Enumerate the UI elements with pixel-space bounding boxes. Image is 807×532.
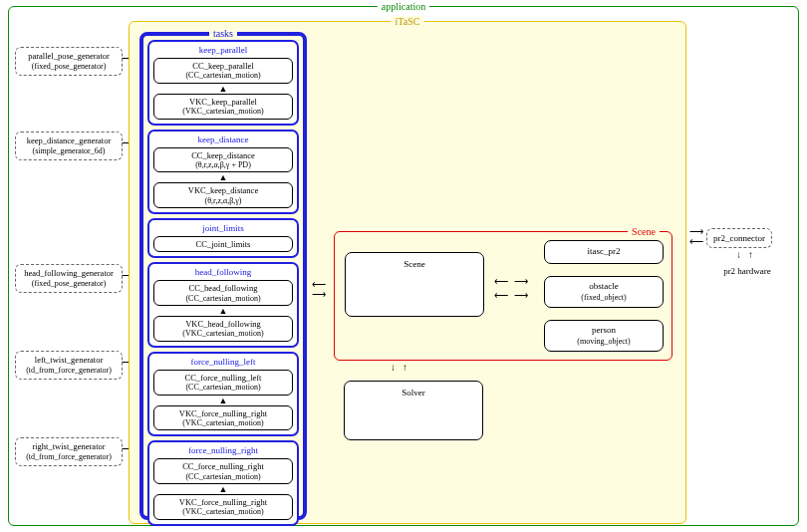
task-title: head_following [151,266,295,278]
generator-name: parallel_pose_generator [18,51,120,62]
arrow-up-icon: ▲ [151,86,295,92]
cc-box: CC_joint_limits [153,236,293,252]
vkc-type: (VKC_cartesian_motion) [156,507,290,517]
cc-box: CC_head_following (CC_cartesian_motion) [153,280,293,306]
tasks-frame: tasks keep_parallel CC_keep_parallel (CC… [139,32,307,520]
cc-type: (θ,r,z,α,β,γ + PD) [156,160,290,170]
task-force-nulling-left: force_nulling_left CC_force_nulling_left… [147,352,299,437]
generator-type: (td_from_force_generator) [18,366,120,376]
cc-type: (CC_cartesian_motion) [156,383,290,393]
task-title: keep_parallel [151,44,295,56]
cc-name: CC_force_nulling_left [156,373,290,383]
task-head-following: head_following CC_head_following (CC_car… [147,262,299,348]
arrow-down-icon: ↓ [736,250,741,260]
generator-name: head_following_generator [18,268,120,279]
cc-name: CC_keep_parallel [156,61,290,71]
cc-name: CC_joint_limits [156,239,290,249]
generator-head-following: head_following_generator (fixed_pose_gen… [15,264,123,293]
generator-parallel: parallel_pose_generator (fixed_pose_gene… [15,47,123,76]
scene-box: Scene [345,252,484,317]
cc-box: CC_keep_distance (θ,r,z,α,β,γ + PD) [153,147,293,173]
cc-name: CC_force_nulling_right [156,461,290,471]
scene-label: Scene [628,226,660,237]
cc-name: CC_keep_distance [156,150,290,160]
arrow-up-icon: ▲ [151,174,295,180]
itasc-pr2-label: itasc_pr2 [588,246,621,257]
scene-box-label: Scene [404,259,425,270]
person-box: person (moving_object) [544,320,664,352]
generator-left-twist: left_twist_generator (td_from_force_gene… [15,351,123,380]
pr2-connector-box: pr2_connector [706,228,772,248]
vkc-name: VKC_keep_distance [156,185,290,195]
arrow-up-icon: ↑ [403,363,407,373]
vkc-type: (θ,r,z,α,β,γ) [156,196,290,206]
generator-name: right_twist_generator [18,441,120,452]
arrow-down-icon: ↓ [391,363,396,373]
arrow-up-icon: ▲ [151,486,295,492]
vkc-box: VKC_keep_parallel (VKC_cartesian_motion) [153,94,293,120]
obstacle-box: obstacle (fixed_object) [544,276,664,308]
task-title: joint_limits [151,222,295,234]
arrow-left-icon: ⟵ [689,238,703,246]
tasks-label: tasks [209,28,237,39]
cc-box: CC_force_nulling_right (CC_cartesian_mot… [153,458,293,484]
vkc-box: VKC_force_nulling_right (VKC_cartesian_m… [153,405,293,431]
application-label: application [378,1,429,12]
arrow-up-icon: ▲ [151,398,295,403]
arrow-left-icon: ⟵ [312,281,326,289]
generator-type: (fixed_pose_generator) [18,62,120,72]
vkc-type: (VKC_cartesian_motion) [156,329,290,339]
person-name: person [592,325,616,336]
solver-box: Solver [344,381,483,440]
vkc-name: VKC_force_nulling_right [156,408,290,418]
task-title: keep_distance [151,133,295,145]
arrow-up-icon: ↑ [748,250,753,260]
itasc-frame: iTaSC tasks keep_parallel CC_keep_parall… [129,21,686,524]
task-title: force_nulling_right [151,444,295,456]
vkc-type: (VKC_cartesian_motion) [156,107,290,117]
vkc-type: (VKC_cartesian_motion) [156,418,290,428]
arrow-right-icon: ⟶ [689,228,703,236]
cc-box: CC_force_nulling_left (CC_cartesian_moti… [153,370,293,396]
cc-type: (CC_cartesian_motion) [156,472,290,482]
vkc-name: VKC_force_nulling_right [156,497,290,507]
task-title: force_nulling_left [151,356,295,368]
task-keep-distance: keep_distance CC_keep_distance (θ,r,z,α,… [147,130,299,215]
scene-frame: Scene Scene itasc_pr2 obstacle (fixed_ob… [334,231,672,361]
itasc-pr2-box: itasc_pr2 [544,240,664,264]
cc-box: CC_keep_parallel (CC_cartesian_motion) [153,58,293,84]
solver-label: Solver [402,388,425,399]
generator-name: left_twist_generator [18,355,120,366]
arrow-left-icon: ⟵ [494,278,508,286]
generator-type: (fixed_pose_generator) [18,279,120,289]
arrow-right-icon: ⟶ [312,291,326,299]
pr2-hardware-label: pr2 hardware [712,266,782,276]
arrow-right-icon: ⟶ [514,292,528,300]
itasc-label: iTaSC [392,16,424,27]
obstacle-name: obstacle [589,281,619,292]
generator-keep-distance: keep_distance_generator (simple_generato… [15,132,123,160]
person-type: (moving_object) [577,337,630,347]
generator-right-twist: right_twist_generator (td_from_force_gen… [15,437,123,466]
task-joint-limits: joint_limits CC_joint_limits [147,218,299,258]
cc-type: (CC_cartesian_motion) [156,71,290,81]
vkc-box: VKC_head_following (VKC_cartesian_motion… [153,316,293,342]
application-frame: application parallel_pose_generator (fix… [8,6,799,526]
generator-type: (td_from_force_generator) [18,452,120,462]
obstacle-type: (fixed_object) [581,293,626,303]
arrow-up-icon: ▲ [151,308,295,314]
cc-name: CC_head_following [156,283,290,293]
vkc-name: VKC_keep_parallel [156,97,290,107]
arrow-right-icon: ⟶ [514,278,528,286]
generator-type: (simple_generator_6d) [18,146,120,156]
task-keep-parallel: keep_parallel CC_keep_parallel (CC_carte… [147,40,299,126]
arrow-left-icon: ⟵ [494,292,508,300]
generator-name: keep_distance_generator [18,135,120,146]
vkc-box: VKC_force_nulling_right (VKC_cartesian_m… [153,494,293,520]
cc-type: (CC_cartesian_motion) [156,294,290,304]
task-force-nulling-right: force_nulling_right CC_force_nulling_rig… [147,440,299,526]
pr2-connector-label: pr2_connector [713,233,765,243]
vkc-box: VKC_keep_distance (θ,r,z,α,β,γ) [153,182,293,208]
vkc-name: VKC_head_following [156,319,290,329]
